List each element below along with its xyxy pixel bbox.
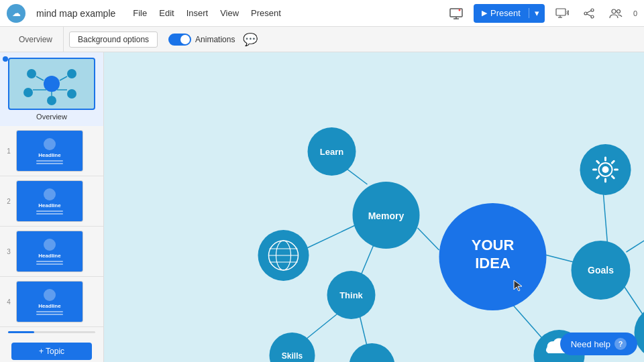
svg-line-33 [604, 194, 608, 243]
slide-thumb-4: Headline [16, 281, 83, 322]
present-dropdown[interactable]: ▾ [529, 8, 545, 18]
slide-2[interactable]: 2 Headline [0, 176, 103, 227]
menu-insert[interactable]: Insert [186, 8, 209, 18]
svg-text:Learn: Learn [320, 147, 343, 157]
svg-point-47 [350, 343, 395, 362]
menu-present[interactable]: Present [251, 8, 281, 18]
svg-line-32 [627, 237, 645, 252]
svg-line-25 [418, 228, 439, 250]
svg-line-35 [514, 306, 543, 339]
slide-overview[interactable]: Overview [0, 52, 103, 126]
svg-point-19 [47, 96, 56, 105]
overview-tab[interactable]: Overview [8, 27, 64, 52]
need-help-button[interactable]: Need help ? [560, 333, 637, 355]
svg-line-67 [612, 161, 614, 163]
svg-point-17 [23, 88, 33, 97]
svg-point-8 [591, 15, 594, 18]
slide-number-3: 3 [5, 248, 12, 255]
svg-rect-4 [556, 9, 566, 15]
svg-point-70 [635, 306, 645, 359]
app-title: mind map example [36, 8, 115, 19]
slide-1[interactable]: 1 Headline [0, 126, 103, 176]
svg-text:Goals: Goals [588, 265, 614, 276]
svg-line-11 [587, 14, 591, 16]
menu-edit[interactable]: Edit [159, 8, 174, 18]
slide-4[interactable]: 4 Headline [0, 277, 103, 327]
svg-point-61 [602, 166, 609, 173]
svg-line-29 [305, 312, 339, 341]
animations-toggle[interactable] [168, 34, 191, 46]
svg-point-7 [591, 9, 594, 11]
slide-3-label: Headline [38, 253, 60, 259]
background-options-button[interactable]: Background options [69, 32, 158, 48]
topbar-right: ▶ Present ▾ [447, 4, 637, 23]
svg-line-20 [36, 76, 44, 80]
present-main[interactable]: ▶ Present [474, 8, 529, 18]
slide-number-2: 2 [5, 198, 12, 205]
svg-line-31 [545, 255, 574, 262]
svg-line-21 [60, 76, 67, 80]
svg-point-18 [67, 89, 76, 99]
main-content: Overview 1 Headline 2 Headline [0, 52, 644, 362]
users-count: 0 [633, 9, 637, 17]
toggle-knob [180, 35, 190, 44]
menu-file[interactable]: File [133, 8, 147, 18]
svg-point-13 [616, 9, 620, 13]
app-icon: ☁ [7, 4, 25, 23]
sidebar: Overview 1 Headline 2 Headline [0, 52, 104, 362]
animations-toggle-container: Animations [168, 34, 235, 46]
slide-thumb-1: Headline [16, 130, 83, 172]
svg-text:Memory: Memory [368, 210, 405, 221]
chat-icon[interactable]: 💬 [243, 32, 258, 47]
add-topic-button[interactable]: + Topic [11, 343, 92, 360]
slide-3[interactable]: 3 Headline [0, 227, 103, 277]
svg-text:IDEA: IDEA [475, 255, 511, 272]
menu-view[interactable]: View [220, 8, 239, 18]
svg-text:Think: Think [339, 290, 363, 300]
svg-line-28 [307, 225, 356, 248]
slide-thumb-3: Headline [16, 231, 83, 272]
monitor-icon[interactable] [553, 4, 572, 23]
animations-label: Animations [195, 35, 235, 44]
slide-4-label: Headline [38, 303, 60, 309]
toolbar: Overview Background options Animations 💬 [0, 27, 644, 52]
svg-text:Skills: Skills [282, 351, 303, 361]
svg-line-34 [624, 286, 643, 314]
mindmap-svg: YOUR IDEA Memory Learn Think Skills Shar… [104, 52, 644, 362]
svg-point-16 [67, 69, 76, 78]
present-button[interactable]: ▶ Present ▾ [474, 4, 545, 23]
slide-number-1: 1 [5, 147, 12, 155]
users-icon[interactable] [606, 4, 625, 23]
sidebar-progress [0, 327, 103, 337]
svg-point-15 [27, 69, 36, 78]
share-icon[interactable] [580, 4, 598, 23]
svg-line-10 [587, 11, 591, 13]
broadcast-icon[interactable] [447, 4, 466, 23]
svg-line-66 [597, 161, 599, 163]
svg-text:YOUR: YOUR [472, 237, 515, 253]
svg-line-30 [360, 314, 368, 347]
slide-1-label: Headline [38, 152, 60, 158]
menu-bar: File Edit Insert View Present [133, 8, 281, 18]
overview-thumbnail [8, 58, 95, 110]
topbar: ☁ mind map example File Edit Insert View… [0, 0, 644, 27]
svg-line-68 [597, 176, 599, 178]
svg-line-69 [612, 176, 614, 178]
svg-point-12 [612, 9, 616, 13]
svg-point-9 [584, 12, 587, 15]
canvas[interactable]: YOUR IDEA Memory Learn Think Skills Shar… [104, 52, 644, 362]
present-label: Present [490, 8, 521, 18]
slide-2-label: Headline [38, 202, 60, 208]
slide-thumb-2: Headline [16, 180, 83, 222]
slide-number-4: 4 [5, 298, 12, 306]
overview-label: Overview [5, 113, 98, 121]
svg-point-3 [459, 9, 461, 11]
help-icon: ? [614, 338, 627, 350]
